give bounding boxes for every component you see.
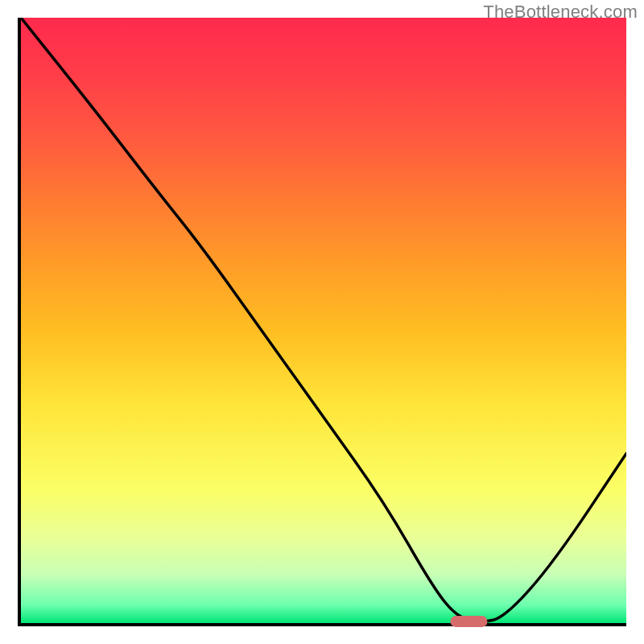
bottleneck-curve (21, 18, 626, 621)
plot-area (18, 18, 626, 626)
optimal-range-marker (451, 616, 487, 627)
curve-svg (21, 18, 626, 623)
chart-container: TheBottleneck.com (0, 0, 644, 644)
